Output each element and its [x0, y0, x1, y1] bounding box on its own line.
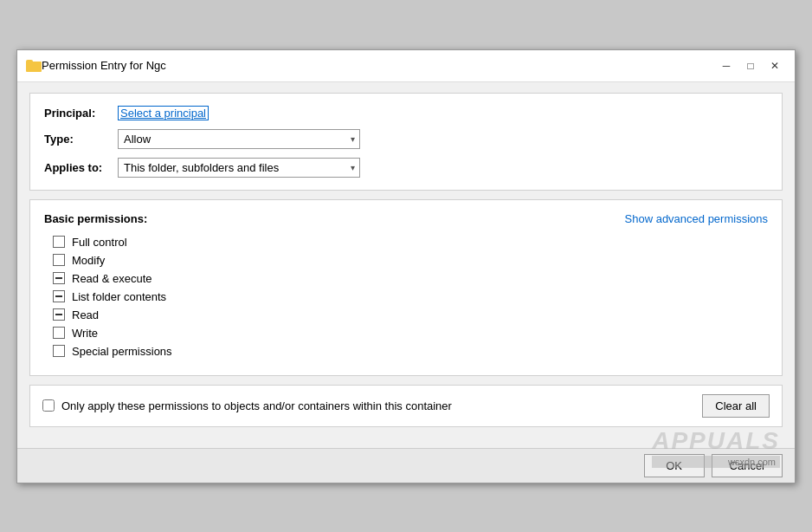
read-checkbox[interactable]: [53, 308, 65, 321]
only-apply-checkbox[interactable]: [42, 399, 55, 412]
window-content: Principal: Select a principal Type: Allo…: [17, 82, 795, 448]
select-principal-link[interactable]: Select a principal: [118, 106, 209, 120]
special-checkbox[interactable]: [53, 345, 65, 357]
type-row: Type: AllowDeny ▾: [44, 129, 768, 149]
applies-to-select[interactable]: This folder, subfolders and filesThis fo…: [118, 158, 360, 178]
permission-write: Write: [53, 327, 768, 340]
write-checkbox[interactable]: [53, 327, 65, 339]
permissions-section: Basic permissions: Show advanced permiss…: [29, 199, 783, 376]
principal-row: Principal: Select a principal: [44, 106, 768, 120]
special-label[interactable]: Special permissions: [72, 345, 172, 358]
list-folder-label[interactable]: List folder contents: [72, 290, 166, 303]
permission-entry-dialog: Permission Entry for Ngc ─ □ ✕ Principal…: [16, 49, 796, 483]
maximize-button[interactable]: □: [739, 57, 762, 75]
bottom-section: Only apply these permissions to objects …: [29, 385, 783, 427]
dialog-bottom-bar: OK Cancel: [17, 448, 795, 483]
full-control-checkbox[interactable]: [53, 236, 65, 248]
permission-full-control: Full control: [53, 236, 768, 249]
permission-read-execute: Read & execute: [53, 272, 768, 285]
principal-label: Principal:: [44, 107, 118, 120]
list-folder-checkbox[interactable]: [53, 290, 65, 302]
applies-to-label: Applies to:: [44, 161, 118, 174]
window-icon: [26, 60, 42, 72]
permission-modify: Modify: [53, 254, 768, 267]
permissions-title: Basic permissions:: [44, 212, 147, 225]
only-apply-row: Only apply these permissions to objects …: [42, 399, 452, 412]
close-button[interactable]: ✕: [764, 57, 786, 75]
ok-button[interactable]: OK: [644, 454, 705, 477]
permission-read: Read: [53, 308, 768, 321]
permission-list-folder: List folder contents: [53, 290, 768, 303]
title-bar-buttons: ─ □ ✕: [715, 57, 786, 75]
type-select-wrapper: AllowDeny ▾: [118, 129, 360, 149]
read-execute-label[interactable]: Read & execute: [72, 272, 152, 285]
read-execute-checkbox[interactable]: [53, 272, 65, 284]
minimize-button[interactable]: ─: [715, 57, 738, 75]
permissions-header: Basic permissions: Show advanced permiss…: [44, 212, 768, 225]
modify-label[interactable]: Modify: [72, 254, 105, 267]
clear-all-button[interactable]: Clear all: [702, 394, 770, 418]
checkbox-list: Full control Modify Read & execute: [44, 236, 768, 358]
modify-checkbox[interactable]: [53, 254, 65, 266]
window-title: Permission Entry for Ngc: [42, 59, 715, 72]
write-label[interactable]: Write: [72, 327, 98, 340]
cancel-button[interactable]: Cancel: [712, 454, 783, 477]
only-apply-label[interactable]: Only apply these permissions to objects …: [61, 399, 452, 412]
applies-to-row: Applies to: This folder, subfolders and …: [44, 158, 768, 178]
top-section: Principal: Select a principal Type: Allo…: [29, 93, 783, 191]
permission-special: Special permissions: [53, 345, 768, 358]
dialog-window: Permission Entry for Ngc ─ □ ✕ Principal…: [16, 49, 796, 483]
title-bar: Permission Entry for Ngc ─ □ ✕: [17, 50, 795, 82]
read-label[interactable]: Read: [72, 308, 99, 321]
applies-to-select-wrapper: This folder, subfolders and filesThis fo…: [118, 158, 360, 178]
type-label: Type:: [44, 133, 118, 146]
show-advanced-link[interactable]: Show advanced permissions: [625, 212, 768, 225]
type-select[interactable]: AllowDeny: [118, 129, 360, 149]
full-control-label[interactable]: Full control: [72, 236, 127, 249]
